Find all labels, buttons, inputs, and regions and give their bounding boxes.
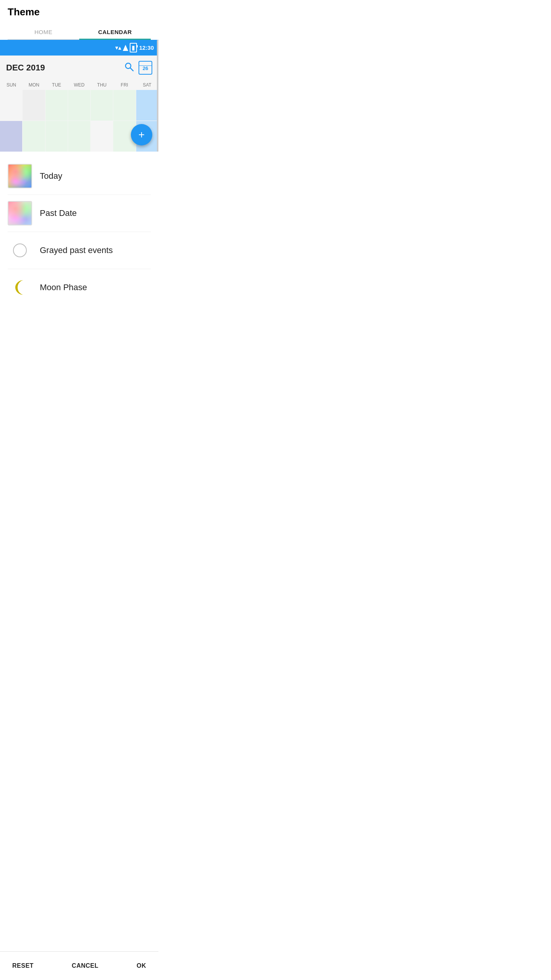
past-date-color-swatch [8,201,32,225]
calendar-cell[interactable] [136,90,158,121]
calendar-cell[interactable] [23,121,45,152]
day-header-thu: THU [91,80,113,90]
calendar-search-button[interactable] [124,62,134,74]
calendar-day-headers: SUN MON TUE WED THU FRI SAT [0,80,158,90]
app-header: Theme HOME CALENDAR [0,0,158,40]
svg-line-2 [130,68,134,71]
option-grayed-past-events-label: Grayed past events [40,245,113,255]
option-grayed-past-events[interactable]: Grayed past events [8,232,151,269]
moon-crescent-icon [12,278,28,297]
calendar-action-buttons: 26 [124,61,152,75]
status-bar: ▾▴ ▮ 12:30 [0,40,158,56]
calendar-cell[interactable] [68,121,90,152]
option-today-label: Today [40,171,62,181]
scrollbar[interactable] [157,40,158,152]
grayed-past-events-radio[interactable] [13,243,27,257]
calendar-cell[interactable] [46,121,68,152]
day-header-mon: MON [23,80,45,90]
wifi-icon: ▾▴ [115,44,121,51]
calendar-cell[interactable] [0,121,22,152]
grayed-past-events-icon [8,238,32,263]
signal-icon [123,45,128,51]
calendar-cell[interactable] [91,121,113,152]
moon-phase-icon [8,275,32,300]
past-date-color-icon [8,201,32,225]
today-color-icon [8,164,32,188]
day-header-wed: WED [68,80,90,90]
calendar-preview: ▾▴ ▮ 12:30 DEC 2019 [0,40,158,152]
calendar-cell[interactable] [46,90,68,121]
calendar-cell[interactable] [91,90,113,121]
option-past-date[interactable]: Past Date [8,195,151,232]
calendar-month-year: DEC 2019 [6,63,45,73]
option-today[interactable]: Today [8,158,151,195]
status-time: 12:30 [139,44,154,51]
option-moon-phase[interactable]: Moon Phase [8,269,151,306]
page-title: Theme [8,6,151,18]
today-color-swatch [8,164,32,188]
day-header-sun: SUN [0,80,23,90]
calendar-cell[interactable] [113,90,135,121]
option-past-date-label: Past Date [40,208,77,218]
calendar-header: DEC 2019 26 [0,56,158,80]
calendar-goto-date-button[interactable]: 26 [139,61,152,75]
tab-calendar[interactable]: CALENDAR [79,25,151,39]
day-header-sat: SAT [136,80,158,90]
calendar-cell[interactable] [23,90,45,121]
status-icons: ▾▴ ▮ [115,43,137,52]
battery-icon: ▮ [130,43,137,52]
tab-home[interactable]: HOME [8,25,79,39]
option-moon-phase-label: Moon Phase [40,283,87,292]
add-event-fab[interactable]: + [131,124,152,145]
calendar-cell[interactable] [68,90,90,121]
theme-options: Today Past Date Grayed past events Moon … [0,152,158,336]
day-header-tue: TUE [45,80,68,90]
day-header-fri: FRI [113,80,136,90]
svg-marker-0 [123,45,128,51]
tab-bar: HOME CALENDAR [8,25,151,40]
calendar-cell[interactable] [0,90,22,121]
